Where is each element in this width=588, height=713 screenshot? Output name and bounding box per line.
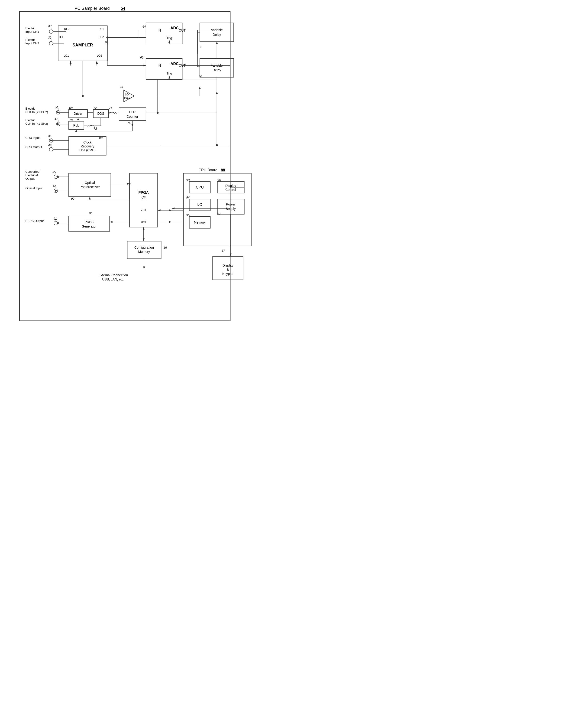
config-memory-label: Configuration — [134, 246, 154, 249]
ref-93: 93 — [186, 178, 190, 182]
pld-down-arrow — [131, 124, 133, 126]
lo-driver-label: LO — [125, 93, 129, 96]
prbs-output-arrow — [56, 222, 59, 224]
fpga-label: FPGA — [138, 190, 149, 195]
power-supply-label: Power — [226, 202, 235, 206]
clk-gt1-arrow — [57, 111, 60, 113]
cru-output-connector — [49, 147, 53, 151]
ref-34: 34 — [52, 185, 56, 188]
ref-76: 76 — [127, 121, 131, 125]
ref-35: 35 — [52, 170, 56, 174]
optical-input-arrow — [55, 190, 58, 192]
conv-elec-out-label2: Electrical — [25, 174, 38, 177]
ref-72b: 72 — [93, 127, 97, 130]
adc-top-in: IN — [158, 28, 161, 32]
photoreceiver-feedback-arrow — [89, 197, 90, 200]
filter-symbol — [109, 113, 117, 114]
page: PC Sampler Board 54 Electric Input CH1 3… — [8, 0, 286, 357]
adc-bottom-trig-arrow — [168, 76, 170, 79]
ref-96: 96 — [217, 178, 221, 182]
display-keypad-label2: & — [227, 268, 229, 271]
ref-78: 78 — [120, 85, 123, 88]
driver-pll-arrow — [77, 118, 79, 120]
ref-40: 40 — [55, 106, 58, 109]
junction-405-140 — [106, 37, 108, 38]
var-delay-bottom-label2: Delay — [213, 68, 221, 72]
config-memory-label2: Memory — [138, 250, 150, 253]
cru-input-label: CRU Input — [25, 136, 40, 140]
ref-64: 64 — [142, 25, 146, 28]
ref-95: 95 — [186, 213, 190, 217]
lo1-label: LO1 — [63, 54, 69, 57]
optical-input-label: Optical Input — [25, 186, 42, 190]
cntl-bottom-label: cntl — [141, 220, 146, 224]
prbs-to-fpga-arrow — [109, 221, 112, 223]
ref-42: 42 — [55, 117, 58, 121]
fpga-num: 84 — [141, 195, 146, 199]
electric-input-ch1-label2: Input CH1 — [25, 30, 39, 34]
fpga-box — [129, 173, 158, 227]
ref-60: 60 — [105, 40, 108, 44]
if1-label: IF1 — [59, 35, 63, 39]
display-keypad-label: Display — [222, 264, 233, 267]
if2-label: IF2 — [100, 35, 104, 39]
clk-lt1-arrow — [57, 123, 60, 125]
cpu-label: CPU — [196, 185, 204, 189]
prbs-generator-label2: Generator — [82, 225, 97, 228]
cntl-top-arrow-left — [158, 209, 160, 211]
ref-68: 68 — [69, 106, 72, 109]
adc-top-trig: Trig — [166, 36, 172, 40]
cru-input-arrow — [50, 140, 53, 141]
prbs-output-label: PBRS Output — [25, 219, 44, 223]
ref-90: 90 — [89, 211, 92, 215]
external-connection-label2: USB, LAN, etc. — [102, 278, 124, 281]
ref-32: 32 — [48, 36, 51, 39]
ref-91: 91 — [54, 217, 57, 220]
adc-top-label: ADC — [170, 26, 178, 30]
cntl-top-arrow-right — [169, 209, 171, 211]
pll-filter-symbol — [87, 125, 94, 126]
optical-photoreceiver-label: Optical — [84, 181, 95, 185]
cru-label: Clock — [83, 140, 92, 144]
var-delay-bottom-box — [200, 59, 233, 77]
electric-input-ch2-label: Electric — [25, 38, 35, 42]
clk-lt1-label2: CLK In (<1 GHz) — [25, 122, 48, 125]
pc-sampler-board-num: 54 — [121, 6, 125, 11]
ref-74: 74 — [109, 106, 112, 109]
lo-driver-label2: Driver — [124, 97, 131, 100]
diagram-svg: PC Sampler Board 54 Electric Input CH1 3… — [13, 5, 282, 351]
cru-label2: Recovery — [80, 144, 94, 148]
display-keypad-label3: Keypad — [222, 272, 233, 276]
pll-feedback-arrow — [75, 129, 77, 132]
ref-97: 97 — [217, 212, 221, 216]
var-delay-top-box — [200, 23, 233, 42]
pld-counter-label2: Counter — [126, 115, 138, 118]
ch1-connector — [49, 30, 53, 34]
lo2-arrow — [96, 61, 98, 64]
dds-label: DDS — [97, 112, 104, 116]
ref-92: 92 — [71, 197, 75, 200]
display-control-label2: Control — [225, 188, 236, 191]
optical-photoreceiver-label2: Photoreceiver — [80, 185, 100, 189]
cpu-board-label: CPU Board — [198, 168, 217, 172]
cntl-bottom-arrow — [169, 221, 171, 223]
rf1-label: RF1 — [99, 27, 104, 30]
clk-lt1-label: Electric — [25, 118, 35, 122]
pll-label: PLL — [73, 123, 79, 127]
conv-elec-out-label3: Output — [25, 177, 35, 180]
external-connection-label: External Connection — [98, 273, 128, 277]
var-delay-top-label2: Delay — [213, 33, 221, 37]
cru-output-label: CRU Output — [25, 145, 42, 149]
electric-input-ch1-label: Electric — [25, 26, 35, 30]
adc-bottom-in-arrow — [143, 64, 146, 66]
electric-input-ch2-label2: Input CH2 — [25, 42, 39, 45]
lo-vd-arrow — [198, 87, 201, 89]
config-external-arrow — [143, 267, 145, 269]
cntl-top-label: cntl — [141, 208, 146, 212]
ref-30: 30 — [48, 24, 51, 28]
display-control-label: Display — [225, 184, 236, 188]
io-label: I/O — [197, 202, 202, 207]
cru-label3: Unit (CRU) — [79, 148, 96, 152]
memory-label: Memory — [194, 221, 206, 224]
cpu-board-num: 88 — [221, 168, 225, 172]
